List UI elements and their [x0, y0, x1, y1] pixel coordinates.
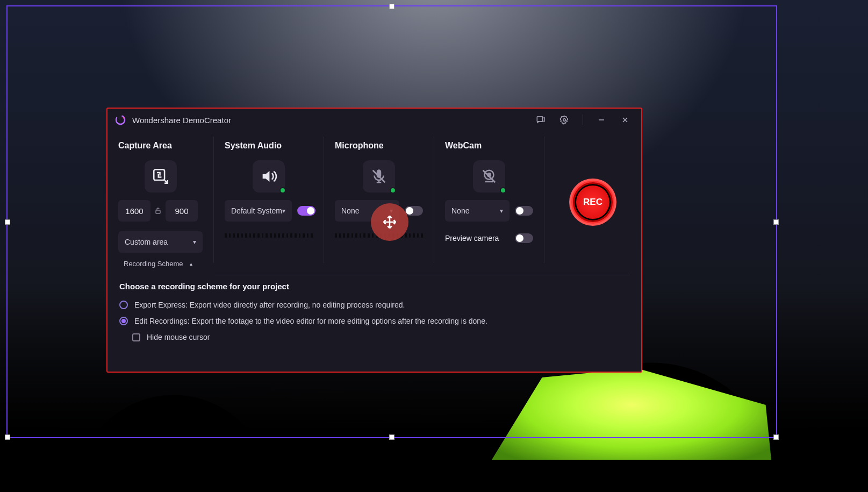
radio-icon-checked: [119, 317, 128, 325]
titlebar-separator: [583, 115, 583, 125]
microphone-panel: Microphone None ▾: [324, 137, 434, 263]
record-button[interactable]: REC: [572, 182, 613, 223]
status-dot-enabled: [500, 187, 506, 194]
height-input[interactable]: [166, 200, 198, 222]
chevron-down-icon: ▾: [282, 207, 285, 215]
status-dot-enabled: [279, 187, 286, 194]
recording-scheme-title: Choose a recording scheme for your proje…: [119, 282, 629, 291]
svg-point-0: [116, 116, 125, 124]
svg-rect-8: [156, 210, 160, 213]
capture-mode-label: Custom area: [125, 238, 168, 246]
webcam-device-select[interactable]: None ▾: [445, 200, 510, 222]
lock-aspect-icon[interactable]: [155, 207, 161, 215]
capture-settings-icon[interactable]: [532, 111, 549, 129]
recording-scheme-header[interactable]: Recording Scheme ▴: [107, 255, 641, 272]
capture-mode-select[interactable]: Custom area ▾: [118, 231, 203, 253]
chevron-down-icon: ▾: [193, 238, 196, 246]
app-window: Wondershare DemoCreator Capture Area: [106, 108, 642, 373]
app-title: Wondershare DemoCreator: [132, 116, 231, 125]
titlebar: Wondershare DemoCreator: [107, 109, 641, 131]
system-audio-device-label: Default System: [231, 206, 282, 215]
dimensions-row: [118, 200, 203, 222]
radio-edit-recordings[interactable]: Edit Recordings: Export the footage to t…: [119, 317, 629, 325]
width-input[interactable]: [118, 200, 150, 222]
radio-icon: [119, 301, 128, 309]
capture-area-title: Capture Area: [118, 141, 203, 151]
caret-up-icon: ▴: [190, 261, 192, 267]
webcam-panel: WebCam None ▾ Preview camera: [434, 137, 544, 263]
svg-rect-7: [154, 169, 164, 180]
webcam-icon[interactable]: [473, 160, 505, 192]
microphone-title: Microphone: [335, 141, 423, 151]
radio-export-express[interactable]: Export Express: Export video directly af…: [119, 301, 629, 309]
microphone-device-select[interactable]: None ▾: [335, 200, 399, 222]
hide-mouse-cursor-checkbox[interactable]: Hide mouse cursor: [132, 333, 629, 341]
svg-rect-2: [537, 117, 543, 122]
system-audio-toggle[interactable]: [297, 206, 315, 216]
svg-point-3: [563, 119, 566, 122]
hide-mouse-cursor-label: Hide mouse cursor: [147, 333, 210, 341]
system-audio-device-select[interactable]: Default System ▾: [225, 200, 292, 222]
recording-scheme-header-label: Recording Scheme: [124, 260, 183, 268]
close-button[interactable]: [616, 111, 634, 129]
preview-camera-toggle[interactable]: [515, 233, 533, 243]
app-logo-icon: [115, 115, 126, 125]
radio-export-label: Export Express: Export video directly af…: [134, 301, 405, 309]
preview-camera-label: Preview camera: [445, 234, 499, 243]
capture-area-icon[interactable]: [145, 160, 177, 192]
system-audio-title: System Audio: [225, 141, 313, 151]
recording-scheme-body: Choose a recording scheme for your proje…: [107, 275, 641, 341]
svg-point-1: [123, 117, 125, 119]
microphone-level-meter: [335, 233, 423, 238]
settings-gear-icon[interactable]: [556, 111, 573, 129]
system-audio-level-meter: [225, 233, 313, 238]
webcam-toggle[interactable]: [515, 206, 533, 216]
webcam-device-label: None: [451, 206, 469, 215]
webcam-title: WebCam: [445, 141, 533, 151]
panels-row: Capture Area Custom area ▾ System Audio: [107, 131, 641, 263]
radio-edit-label: Edit Recordings: Export the footage to t…: [134, 317, 487, 325]
chevron-down-icon: ▾: [390, 207, 393, 215]
capture-area-panel: Capture Area Custom area ▾: [107, 137, 214, 263]
record-panel: REC: [544, 137, 641, 263]
microphone-icon[interactable]: [363, 160, 395, 192]
microphone-device-label: None: [341, 206, 359, 215]
scheme-separator: [215, 275, 630, 275]
record-button-label: REC: [583, 197, 602, 208]
chevron-down-icon: ▾: [500, 207, 503, 215]
status-dot-enabled: [390, 187, 396, 194]
system-audio-panel: System Audio Default System ▾: [214, 137, 324, 263]
checkbox-icon: [132, 333, 140, 341]
system-audio-icon[interactable]: [253, 160, 285, 192]
microphone-toggle[interactable]: [405, 206, 423, 216]
minimize-button[interactable]: [593, 111, 610, 129]
